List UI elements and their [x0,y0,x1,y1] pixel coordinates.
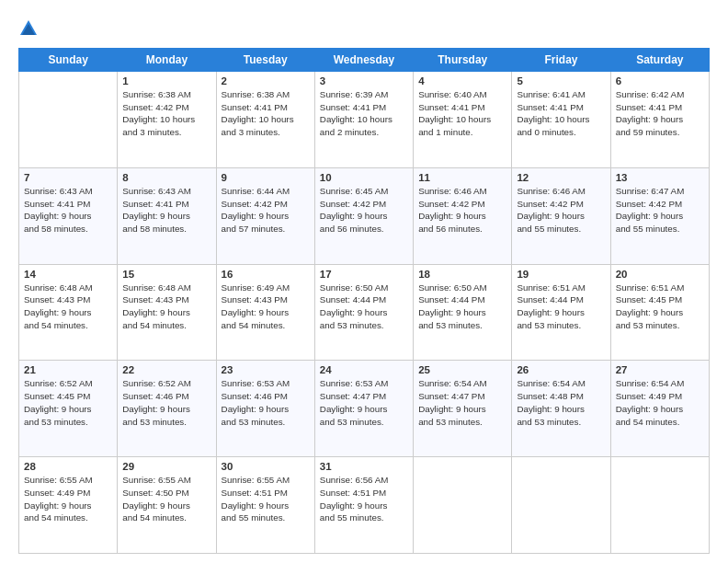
calendar-cell: 21Sunrise: 6:52 AMSunset: 4:45 PMDayligh… [19,361,118,457]
day-info: Sunrise: 6:38 AMSunset: 4:41 PMDaylight:… [222,88,310,139]
day-number: 29 [122,461,210,472]
day-number: 11 [418,172,506,183]
calendar-cell: 6Sunrise: 6:42 AMSunset: 4:41 PMDaylight… [610,72,709,168]
day-info: Sunrise: 6:40 AMSunset: 4:41 PMDaylight:… [418,88,506,139]
day-number: 5 [517,75,605,86]
calendar-cell: 20Sunrise: 6:51 AMSunset: 4:45 PMDayligh… [610,264,709,361]
day-info: Sunrise: 6:51 AMSunset: 4:45 PMDaylight:… [616,282,704,332]
calendar-cell: 8Sunrise: 6:43 AMSunset: 4:41 PMDaylight… [118,167,216,264]
day-number: 21 [24,364,112,375]
calendar-cell: 3Sunrise: 6:39 AMSunset: 4:41 PMDaylight… [314,72,413,168]
weekday-header-wednesday: Wednesday [314,49,413,72]
day-number: 26 [517,364,605,375]
calendar-cell: 1Sunrise: 6:38 AMSunset: 4:42 PMDaylight… [118,72,216,168]
week-row-1: 1Sunrise: 6:38 AMSunset: 4:42 PMDaylight… [19,72,710,168]
day-number: 16 [222,269,310,280]
calendar-cell: 23Sunrise: 6:53 AMSunset: 4:46 PMDayligh… [216,361,314,457]
day-number: 30 [222,461,310,472]
day-number: 6 [616,75,704,86]
day-number: 3 [320,75,408,86]
week-row-3: 14Sunrise: 6:48 AMSunset: 4:43 PMDayligh… [19,264,710,361]
week-row-5: 28Sunrise: 6:55 AMSunset: 4:49 PMDayligh… [19,457,710,554]
day-number: 18 [418,269,506,280]
calendar-cell: 9Sunrise: 6:44 AMSunset: 4:42 PMDaylight… [216,167,314,264]
calendar-cell: 14Sunrise: 6:48 AMSunset: 4:43 PMDayligh… [19,264,118,361]
day-info: Sunrise: 6:43 AMSunset: 4:41 PMDaylight:… [24,185,112,236]
day-number: 23 [222,364,310,375]
day-info: Sunrise: 6:55 AMSunset: 4:49 PMDaylight:… [24,474,112,524]
calendar-cell [610,457,709,554]
day-info: Sunrise: 6:49 AMSunset: 4:43 PMDaylight:… [222,282,310,332]
calendar-cell: 29Sunrise: 6:55 AMSunset: 4:50 PMDayligh… [118,457,216,554]
calendar-cell: 5Sunrise: 6:41 AMSunset: 4:41 PMDaylight… [512,72,610,168]
day-number: 13 [616,172,704,183]
day-number: 4 [418,75,506,86]
day-info: Sunrise: 6:54 AMSunset: 4:47 PMDaylight:… [418,377,506,428]
day-info: Sunrise: 6:47 AMSunset: 4:42 PMDaylight:… [616,185,704,236]
day-number: 8 [122,172,210,183]
day-info: Sunrise: 6:54 AMSunset: 4:49 PMDaylight:… [616,377,704,428]
day-number: 22 [122,364,210,375]
day-number: 10 [320,172,408,183]
day-info: Sunrise: 6:55 AMSunset: 4:51 PMDaylight:… [222,474,310,524]
weekday-header-row: SundayMondayTuesdayWednesdayThursdayFrid… [19,49,710,72]
day-info: Sunrise: 6:43 AMSunset: 4:41 PMDaylight:… [122,185,210,236]
day-number: 27 [616,364,704,375]
weekday-header-thursday: Thursday [414,49,512,72]
page: SundayMondayTuesdayWednesdayThursdayFrid… [0,0,728,563]
day-info: Sunrise: 6:50 AMSunset: 4:44 PMDaylight:… [418,282,506,332]
calendar-cell: 30Sunrise: 6:55 AMSunset: 4:51 PMDayligh… [216,457,314,554]
day-info: Sunrise: 6:53 AMSunset: 4:46 PMDaylight:… [222,377,310,428]
calendar-cell: 31Sunrise: 6:56 AMSunset: 4:51 PMDayligh… [314,457,413,554]
day-info: Sunrise: 6:55 AMSunset: 4:50 PMDaylight:… [122,474,210,524]
day-number: 28 [24,461,112,472]
calendar-cell: 17Sunrise: 6:50 AMSunset: 4:44 PMDayligh… [314,264,413,361]
weekday-header-tuesday: Tuesday [216,49,314,72]
calendar-cell: 22Sunrise: 6:52 AMSunset: 4:46 PMDayligh… [118,361,216,457]
day-info: Sunrise: 6:46 AMSunset: 4:42 PMDaylight:… [517,185,605,236]
calendar-table: SundayMondayTuesdayWednesdayThursdayFrid… [18,48,710,554]
weekday-header-monday: Monday [118,49,216,72]
calendar-cell: 10Sunrise: 6:45 AMSunset: 4:42 PMDayligh… [314,167,413,264]
calendar-cell: 15Sunrise: 6:48 AMSunset: 4:43 PMDayligh… [118,264,216,361]
day-info: Sunrise: 6:50 AMSunset: 4:44 PMDaylight:… [320,282,408,332]
calendar-cell: 25Sunrise: 6:54 AMSunset: 4:47 PMDayligh… [414,361,512,457]
calendar-cell: 28Sunrise: 6:55 AMSunset: 4:49 PMDayligh… [19,457,118,554]
calendar-cell: 19Sunrise: 6:51 AMSunset: 4:44 PMDayligh… [512,264,610,361]
day-info: Sunrise: 6:45 AMSunset: 4:42 PMDaylight:… [320,185,408,236]
week-row-4: 21Sunrise: 6:52 AMSunset: 4:45 PMDayligh… [19,361,710,457]
calendar-cell: 13Sunrise: 6:47 AMSunset: 4:42 PMDayligh… [610,167,709,264]
day-info: Sunrise: 6:48 AMSunset: 4:43 PMDaylight:… [24,282,112,332]
day-number: 19 [517,269,605,280]
logo [18,17,42,39]
day-info: Sunrise: 6:38 AMSunset: 4:42 PMDaylight:… [122,88,210,139]
calendar-cell: 12Sunrise: 6:46 AMSunset: 4:42 PMDayligh… [512,167,610,264]
calendar-cell: 4Sunrise: 6:40 AMSunset: 4:41 PMDaylight… [414,72,512,168]
calendar-cell: 16Sunrise: 6:49 AMSunset: 4:43 PMDayligh… [216,264,314,361]
day-number: 24 [320,364,408,375]
day-info: Sunrise: 6:44 AMSunset: 4:42 PMDaylight:… [222,185,310,236]
week-row-2: 7Sunrise: 6:43 AMSunset: 4:41 PMDaylight… [19,167,710,264]
day-number: 17 [320,269,408,280]
calendar-cell: 11Sunrise: 6:46 AMSunset: 4:42 PMDayligh… [414,167,512,264]
day-info: Sunrise: 6:53 AMSunset: 4:47 PMDaylight:… [320,377,408,428]
weekday-header-sunday: Sunday [19,49,118,72]
calendar-cell: 27Sunrise: 6:54 AMSunset: 4:49 PMDayligh… [610,361,709,457]
calendar-cell: 26Sunrise: 6:54 AMSunset: 4:48 PMDayligh… [512,361,610,457]
day-info: Sunrise: 6:39 AMSunset: 4:41 PMDaylight:… [320,88,408,139]
header [18,17,710,39]
day-number: 12 [517,172,605,183]
calendar-cell: 2Sunrise: 6:38 AMSunset: 4:41 PMDaylight… [216,72,314,168]
day-number: 31 [320,461,408,472]
calendar-cell: 7Sunrise: 6:43 AMSunset: 4:41 PMDaylight… [19,167,118,264]
calendar-cell [512,457,610,554]
calendar-cell: 18Sunrise: 6:50 AMSunset: 4:44 PMDayligh… [414,264,512,361]
calendar-cell [414,457,512,554]
day-number: 7 [24,172,112,183]
day-info: Sunrise: 6:52 AMSunset: 4:45 PMDaylight:… [24,377,112,428]
weekday-header-friday: Friday [512,49,610,72]
logo-icon [18,18,39,39]
day-number: 14 [24,269,112,280]
day-number: 25 [418,364,506,375]
day-number: 1 [122,75,210,86]
